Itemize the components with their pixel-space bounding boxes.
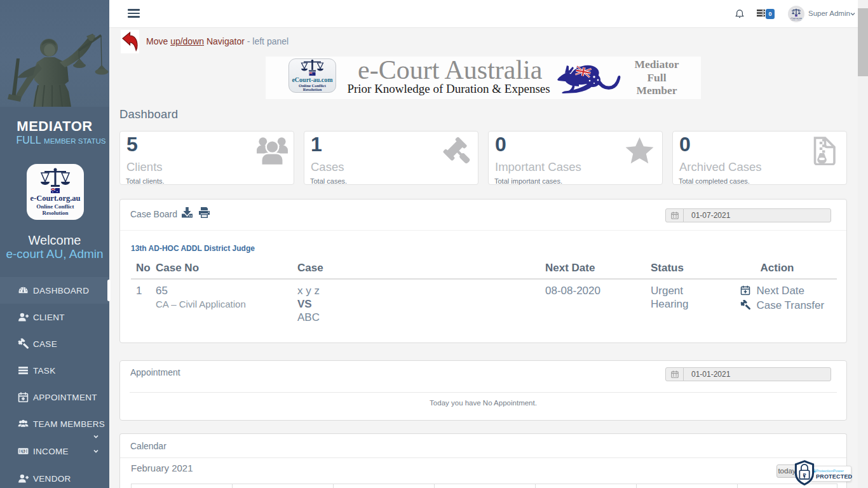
- svg-text:e-Court.org.au: e-Court.org.au: [30, 194, 80, 203]
- svg-text:Resolution: Resolution: [303, 87, 322, 92]
- svg-text:Resolution: Resolution: [42, 210, 68, 216]
- svg-text:Online Conflict: Online Conflict: [36, 203, 74, 210]
- svg-text:Online Conflict: Online Conflict: [792, 19, 801, 21]
- svg-text:eCourt-au.com: eCourt-au.com: [292, 76, 333, 83]
- svg-text:$: $: [22, 449, 24, 454]
